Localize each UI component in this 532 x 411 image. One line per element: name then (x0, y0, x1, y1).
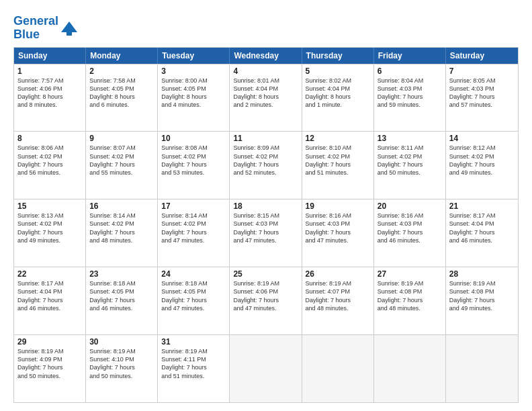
day-number: 26 (306, 269, 370, 279)
cell-info-line: Sunrise: 8:14 AM (89, 212, 154, 220)
cell-info-line: Sunrise: 8:01 AM (233, 77, 298, 85)
calendar-week: 22Sunrise: 8:17 AMSunset: 4:04 PMDayligh… (14, 267, 518, 334)
cell-info-line: and 47 minutes. (233, 236, 298, 244)
page: General Blue SundayMondayTuesdayWednesda… (0, 0, 532, 411)
cell-info-line: Daylight: 7 hours (233, 296, 298, 304)
cell-info-line: and 53 minutes. (161, 169, 226, 177)
cell-info-line: and 51 minutes. (161, 372, 226, 380)
svg-marker-0 (61, 21, 77, 32)
calendar-cell: 14Sunrise: 8:12 AMSunset: 4:02 PMDayligh… (446, 132, 518, 199)
cell-info-line: Sunset: 4:09 PM (17, 355, 82, 363)
cell-info-line: Daylight: 7 hours (89, 296, 154, 304)
cell-info-line: Sunrise: 8:11 AM (378, 144, 442, 152)
calendar-cell: 24Sunrise: 8:18 AMSunset: 4:05 PMDayligh… (158, 267, 230, 334)
day-number: 15 (17, 201, 82, 211)
cell-info-line: Sunrise: 8:19 AM (89, 347, 154, 355)
logo-blue: Blue (13, 28, 40, 41)
day-number: 5 (306, 66, 370, 76)
cell-info-line: Daylight: 7 hours (233, 161, 298, 169)
day-number: 8 (17, 134, 82, 143)
cell-info-line: and 46 minutes. (378, 236, 442, 244)
calendar-cell: 4Sunrise: 8:01 AMSunset: 4:04 PMDaylight… (230, 64, 302, 132)
cell-info-line: Daylight: 7 hours (449, 228, 515, 236)
calendar-cell: 7Sunrise: 8:05 AMSunset: 4:03 PMDaylight… (446, 64, 518, 132)
calendar-cell: 10Sunrise: 8:08 AMSunset: 4:02 PMDayligh… (158, 132, 230, 199)
cell-info-line: and 50 minutes. (378, 169, 442, 177)
cell-info-line: Daylight: 7 hours (449, 296, 515, 304)
cell-info-line: Sunset: 4:04 PM (233, 85, 298, 93)
cell-info-line: and 51 minutes. (306, 169, 370, 177)
cell-info-line: Sunset: 4:03 PM (306, 220, 370, 228)
calendar-cell: 26Sunrise: 8:19 AMSunset: 4:07 PMDayligh… (302, 267, 374, 334)
day-number: 24 (161, 269, 226, 279)
day-number: 30 (89, 337, 154, 347)
day-number: 10 (161, 134, 226, 143)
cell-info-line: and 6 minutes. (89, 101, 154, 109)
cell-info-line: Daylight: 7 hours (17, 228, 82, 236)
cell-info-line: and 2 minutes. (233, 101, 298, 109)
cell-info-line: Sunrise: 8:19 AM (306, 279, 370, 287)
cell-info-line: Sunrise: 8:02 AM (306, 77, 370, 85)
cell-info-line: Sunset: 4:05 PM (161, 85, 226, 93)
cell-info-line: Daylight: 7 hours (161, 228, 226, 236)
logo-text: General Blue (13, 15, 58, 42)
calendar-cell: 12Sunrise: 8:10 AMSunset: 4:02 PMDayligh… (302, 132, 374, 199)
weekday-header: Monday (86, 48, 158, 64)
calendar-cell: 30Sunrise: 8:19 AMSunset: 4:10 PMDayligh… (86, 335, 158, 402)
calendar-week: 29Sunrise: 8:19 AMSunset: 4:09 PMDayligh… (14, 334, 518, 402)
calendar: SundayMondayTuesdayWednesdayThursdayFrid… (13, 47, 519, 403)
cell-info-line: Sunset: 4:02 PM (17, 152, 82, 161)
cell-info-line: Sunrise: 8:12 AM (449, 144, 515, 152)
cell-info-line: and 52 minutes. (233, 169, 298, 177)
cell-info-line: and 47 minutes. (306, 236, 370, 244)
cell-info-line: and 48 minutes. (89, 236, 154, 244)
cell-info-line: Sunrise: 8:19 AM (233, 279, 298, 287)
calendar-cell: 8Sunrise: 8:06 AMSunset: 4:02 PMDaylight… (14, 132, 86, 199)
day-number: 3 (161, 66, 226, 76)
cell-info-line: Sunset: 4:02 PM (161, 220, 226, 228)
day-number: 22 (17, 269, 82, 279)
cell-info-line: Daylight: 7 hours (306, 228, 370, 236)
cell-info-line: Sunset: 4:05 PM (89, 287, 154, 295)
cell-info-line: Sunset: 4:10 PM (89, 355, 154, 363)
weekday-header: Sunday (14, 48, 86, 64)
calendar-cell: 5Sunrise: 8:02 AMSunset: 4:04 PMDaylight… (302, 64, 374, 132)
weekday-header: Wednesday (230, 48, 302, 64)
cell-info-line: Daylight: 7 hours (378, 93, 442, 101)
day-number: 14 (449, 134, 515, 143)
day-number: 13 (378, 134, 442, 143)
logo-icon (60, 19, 79, 38)
cell-info-line: and 49 minutes. (449, 169, 515, 177)
day-number: 20 (378, 201, 442, 211)
calendar-cell: 29Sunrise: 8:19 AMSunset: 4:09 PMDayligh… (14, 335, 86, 402)
cell-info-line: Sunrise: 8:06 AM (17, 144, 82, 152)
cell-info-line: Sunset: 4:05 PM (161, 287, 226, 295)
cell-info-line: Daylight: 7 hours (378, 161, 442, 169)
calendar-header: SundayMondayTuesdayWednesdayThursdayFrid… (14, 48, 518, 64)
cell-info-line: and 49 minutes. (17, 236, 82, 244)
calendar-cell: 9Sunrise: 8:07 AMSunset: 4:02 PMDaylight… (86, 132, 158, 199)
cell-info-line: Sunset: 4:02 PM (449, 152, 515, 161)
cell-info-line: and 50 minutes. (89, 372, 154, 380)
calendar-cell-empty (446, 335, 518, 402)
cell-info-line: Sunrise: 8:14 AM (161, 212, 226, 220)
cell-info-line: Sunset: 4:02 PM (17, 220, 82, 228)
calendar-cell-empty (374, 335, 446, 402)
cell-info-line: Daylight: 8 hours (161, 93, 226, 101)
cell-info-line: Daylight: 7 hours (161, 161, 226, 169)
cell-info-line: Sunset: 4:08 PM (378, 287, 442, 295)
cell-info-line: Sunrise: 8:19 AM (449, 279, 515, 287)
cell-info-line: Sunrise: 8:18 AM (89, 279, 154, 287)
cell-info-line: and 8 minutes. (17, 101, 82, 109)
calendar-week: 15Sunrise: 8:13 AMSunset: 4:02 PMDayligh… (14, 199, 518, 267)
cell-info-line: Sunset: 4:03 PM (449, 85, 515, 93)
cell-info-line: Sunset: 4:03 PM (233, 220, 298, 228)
calendar-cell: 28Sunrise: 8:19 AMSunset: 4:08 PMDayligh… (446, 267, 518, 334)
calendar-cell: 6Sunrise: 8:04 AMSunset: 4:03 PMDaylight… (374, 64, 446, 132)
cell-info-line: Sunset: 4:02 PM (378, 152, 442, 161)
cell-info-line: Sunset: 4:02 PM (233, 152, 298, 161)
cell-info-line: Daylight: 7 hours (89, 228, 154, 236)
cell-info-line: Sunrise: 8:07 AM (89, 144, 154, 152)
cell-info-line: and 57 minutes. (449, 101, 515, 109)
day-number: 12 (306, 134, 370, 143)
